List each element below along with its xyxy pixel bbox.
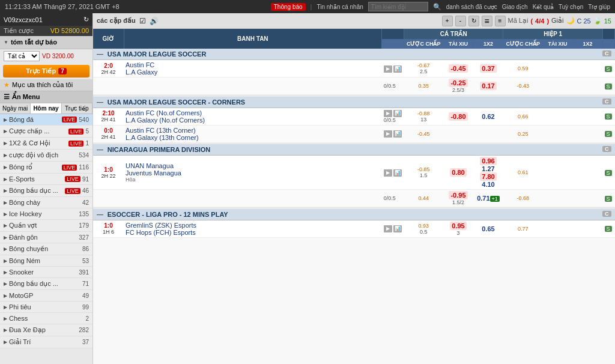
s-icon[interactable]: S	[605, 170, 612, 176]
team2-name[interactable]: FC Hops (FCH) Esports	[126, 229, 380, 236]
odds2[interactable]: 0.62	[482, 113, 494, 120]
stats-icon[interactable]: 📊	[393, 110, 402, 117]
team2-name[interactable]: L.A Galaxy	[126, 68, 380, 76]
sidebar-sport-item[interactable]: ▶Bóng chuyền86	[0, 243, 92, 255]
handicap1[interactable]: -0.67	[405, 62, 441, 68]
handicap1[interactable]: -0.88	[405, 111, 441, 117]
stats-icon[interactable]: 📊	[393, 130, 402, 138]
s-icon[interactable]: S	[605, 66, 612, 72]
live-stream-icon[interactable]: ▶	[384, 225, 392, 232]
team1-name[interactable]: Austin FC (No.of Corners)	[126, 109, 380, 117]
sidebar-sport-item[interactable]: ▶MotoGP49	[0, 290, 92, 302]
odds1-red[interactable]: 0.80	[450, 168, 467, 177]
muc-ua-thich[interactable]: ★ Mục ưa thích của tôi	[0, 79, 92, 91]
notification-badge[interactable]: Thông báo	[271, 3, 306, 11]
sidebar-sport-item[interactable]: ▶Ice Hockey135	[0, 208, 92, 220]
s-icon[interactable]: S	[605, 226, 612, 232]
sidebar-sport-item[interactable]: ▶Bóng rổLIVE116	[0, 162, 92, 174]
sidebar-sport-item[interactable]: ▶Bóng Ném53	[0, 255, 92, 267]
extra3[interactable]: 4.10	[475, 181, 501, 188]
nav-giao-dich[interactable]: Giao dịch	[502, 4, 528, 10]
sidebar-sport-item[interactable]: ▶Đua Xe Đạp282	[0, 324, 92, 336]
handicap1[interactable]: -0.45	[405, 131, 441, 137]
sidebar-sport-item[interactable]: ▶cược đội vô địch534	[0, 150, 92, 162]
sidebar-sport-item[interactable]: ▶Snooker391	[0, 267, 92, 278]
nav-tuy-chon[interactable]: Tuỳ chọn	[559, 4, 583, 10]
nav-ket-qua[interactable]: Kết quả	[533, 4, 554, 10]
league-close-btn[interactable]: C	[602, 211, 611, 217]
team2-name[interactable]: Juventus Managua	[126, 169, 380, 177]
tin-nhan-link[interactable]: Tin nhắn cá nhân	[317, 4, 363, 10]
sidebar-sport-item[interactable]: ▶Quần vợt179	[0, 220, 92, 232]
handicap2[interactable]: -0.68	[505, 195, 541, 201]
handicap1[interactable]: 0.93	[405, 223, 441, 229]
odds1-red[interactable]: -0.45	[449, 64, 467, 73]
odds1-red[interactable]: -0.80	[449, 112, 467, 121]
nav-tro-giup[interactable]: Trợ giúp	[588, 4, 610, 10]
handicap1[interactable]: 0.44	[405, 195, 441, 201]
extra2[interactable]: 7.80	[480, 172, 497, 181]
tab-ngay-mai[interactable]: Ngày mai	[0, 103, 31, 114]
odds2-red[interactable]: 0.37	[480, 64, 497, 73]
nav-danh-sach[interactable]: danh sách đã cược	[446, 4, 497, 10]
refresh-btn[interactable]: ↻	[468, 16, 479, 26]
team1-name[interactable]: Austin FC	[126, 61, 380, 68]
handicap2[interactable]: 0.77	[505, 226, 541, 232]
minus-btn[interactable]: -	[455, 16, 466, 26]
speaker-icon[interactable]: 🔊	[150, 17, 159, 25]
search-input[interactable]	[368, 2, 428, 11]
odds1-red[interactable]: -0.95	[449, 191, 467, 199]
s-icon[interactable]: S	[605, 114, 612, 120]
search-icon[interactable]: 🔍	[433, 3, 441, 11]
odds2[interactable]: 0.65	[482, 225, 494, 232]
team2-name[interactable]: L.A Galaxy (No.of Corners)	[126, 117, 380, 124]
sidebar-sport-item[interactable]: ▶Đánh gôn327	[0, 232, 92, 243]
team1-name[interactable]: GremlinS (ZSK) Esports	[126, 222, 380, 229]
sidebar-sport-item[interactable]: ▶Giải Trí37	[0, 336, 92, 348]
sidebar-sport-item[interactable]: ▶Bóng chày42	[0, 197, 92, 208]
sidebar-sport-item[interactable]: ▶Bóng đáLIVE540	[0, 114, 92, 126]
sidebar-sport-item[interactable]: ▶1X2 & Cơ HộiLIVE1	[0, 138, 92, 150]
handicap2[interactable]: -0.43	[505, 83, 541, 89]
an-menu[interactable]: ☰ Ẩn Menu	[0, 91, 92, 103]
sidebar-sport-item[interactable]: ▶Cược chấp ...LIVE5	[0, 126, 92, 138]
s-icon[interactable]: S	[605, 131, 612, 137]
s-icon[interactable]: S	[605, 196, 612, 202]
sidebar-sport-item[interactable]: ▶Bóng bầu dục ...LIVE46	[0, 185, 92, 197]
tab-truc-tiep[interactable]: Trực tiếp	[62, 103, 92, 114]
tab-hom-nay[interactable]: Hôm nay	[31, 103, 61, 114]
sidebar-sport-item[interactable]: ▶Phi tiêu99	[0, 302, 92, 313]
handicap1[interactable]: -0.85	[405, 166, 441, 172]
live-stream-icon[interactable]: ▶	[384, 169, 392, 177]
stats-icon[interactable]: 📊	[393, 65, 402, 73]
s-icon[interactable]: S	[605, 83, 612, 89]
extra1[interactable]: 1.27	[475, 165, 501, 172]
col-btn[interactable]: ≡	[495, 16, 506, 26]
odds1-red[interactable]: 0.95	[450, 222, 467, 230]
odds2-red[interactable]: 0.17	[480, 82, 497, 90]
live-stream-icon[interactable]: ▶	[384, 110, 392, 117]
league-close-btn[interactable]: C	[602, 146, 611, 152]
checkbox-icon[interactable]: ☑	[139, 17, 146, 25]
live-stream-icon[interactable]: ▶	[384, 65, 392, 73]
plus-btn[interactable]: +	[442, 16, 453, 26]
league-close-btn[interactable]: C	[602, 99, 611, 105]
handicap2[interactable]: 0.25	[505, 131, 541, 137]
stats-icon[interactable]: 📊	[393, 225, 402, 232]
handicap2[interactable]: 0.61	[505, 169, 541, 175]
handicap2[interactable]: 0.59	[505, 65, 541, 71]
live-stream-icon[interactable]: ▶	[384, 130, 392, 138]
odds2-red[interactable]: 0.96	[480, 157, 497, 165]
settings-btn[interactable]: ≡	[482, 16, 492, 26]
handicap2[interactable]: 0.66	[505, 114, 541, 120]
refresh-icon[interactable]: ↻	[83, 16, 89, 23]
sidebar-sport-item[interactable]: ▶Chess2	[0, 313, 92, 324]
sidebar-sport-item[interactable]: ▶Bóng bầu dục ...71	[0, 278, 92, 290]
team1-name[interactable]: UNAN Managua	[126, 162, 380, 169]
truc-tiep-button[interactable]: Trực Tiếp 7	[3, 65, 89, 77]
league-close-btn[interactable]: C	[602, 50, 611, 56]
stats-icon[interactable]: 📊	[393, 169, 402, 177]
filter-select[interactable]: Tất cả	[4, 51, 40, 61]
sidebar-sport-item[interactable]: ▶E-SportsLIVE91	[0, 174, 92, 185]
handicap1[interactable]: 0.35	[405, 83, 441, 89]
